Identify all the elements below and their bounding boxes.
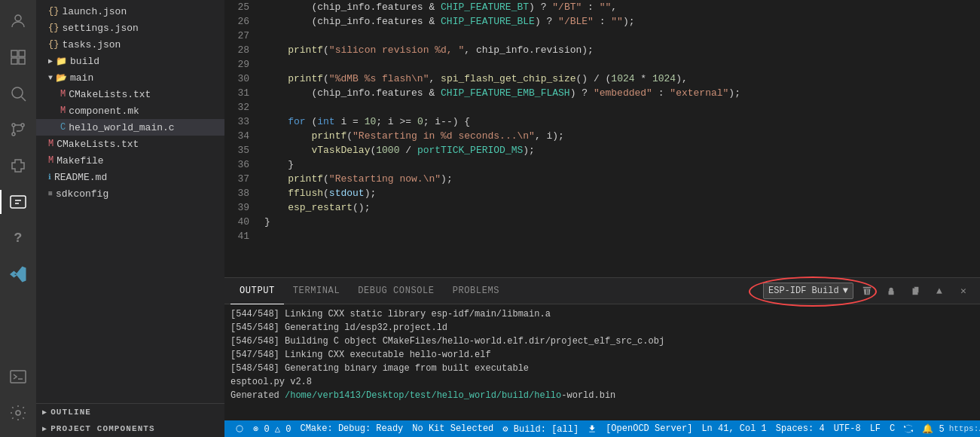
status-encoding[interactable]: UTF-8 [829,420,866,437]
status-url: https://blog.csdn.net/weixin_43977682 [949,424,980,433]
explorer-icon[interactable] [0,39,36,75]
folder-build[interactable]: ▶ 📁 build [36,53,224,69]
file-hello-world-main[interactable]: C hello_world_main.c [36,119,224,136]
file-makefile[interactable]: M Makefile [36,152,224,169]
expand-arrow: ▼ [48,74,53,82]
code-line-26: (chip_info.features & CHIP_FEATURE_BLE) … [264,14,972,29]
vscode-icon[interactable] [0,256,36,292]
cmake-icon: M [60,89,66,99]
mk-icon: M [60,105,66,116]
cmake-icon: M [48,139,53,149]
file-cmake-main[interactable]: M CMakeLists.txt [36,86,224,102]
output-line-6: esptool.py v2.8 [230,375,974,389]
outline-section[interactable]: ▶ OUTLINE [36,404,224,420]
output-line-2: [545/548] Generating ld/esp32.project.ld [230,321,974,335]
search-icon[interactable] [0,75,36,112]
status-flash[interactable] [583,420,601,437]
profile-icon[interactable] [0,3,36,39]
file-label: tasks.json [62,39,121,50]
dropdown-value: ESP-IDF Build [768,286,839,296]
svg-rect-11 [11,371,26,383]
tab-problems[interactable]: PROBLEMS [444,278,508,304]
tab-debug-console[interactable]: DEBUG CONSOLE [349,278,443,304]
status-eol[interactable]: LF [866,420,885,437]
terminal-bottom-icon[interactable] [0,359,36,395]
json-icon: {} [48,23,59,33]
svg-point-8 [21,124,24,127]
panel-tab-bar: OUTPUT TERMINAL DEBUG CONSOLE PROBLEMS E… [224,278,980,304]
tab-terminal[interactable]: TERMINAL [284,278,349,304]
svg-point-0 [15,15,21,21]
code-line-28: printf("silicon revision %d, ", chip_inf… [264,43,972,57]
code-editor[interactable]: (chip_info.features & CHIP_FEATURE_BT) ?… [258,0,972,277]
file-cmake-root[interactable]: M CMakeLists.txt [36,136,224,152]
code-line-33: for (int i = 10; i >= 0; i--) { [264,115,972,129]
status-errors[interactable]: ⊗ 0 △ 0 [249,420,295,437]
status-spaces[interactable]: Spaces: 4 [771,420,829,437]
folder-main[interactable]: ▼ 📂 main [36,69,224,86]
activity-bar: ? [0,0,36,437]
extensions-icon[interactable] [0,148,36,184]
file-label: CMakeLists.txt [56,139,139,150]
svg-point-5 [12,87,23,98]
status-cmake[interactable]: CMake: Debug: Ready [295,420,408,437]
code-line-41 [264,229,972,243]
status-kit[interactable]: No Kit Selected [408,420,498,437]
dropdown-arrow: ▼ [843,286,848,296]
file-tree: {} launch.json {} settings.json {} tasks… [36,0,224,205]
clear-output-button[interactable] [856,283,878,299]
file-launch-json[interactable]: {} launch.json [36,3,224,20]
svg-line-6 [22,97,26,102]
editor-area: 25 26 27 28 29 30 31 32 33 34 35 36 37 3… [224,0,980,277]
code-line-31: (chip_info.features & CHIP_FEATURE_EMB_F… [264,86,972,100]
source-control-icon[interactable] [0,112,36,148]
file-label: launch.json [62,6,127,17]
file-sdkconfig[interactable]: ≡ sdkconfig [36,185,224,202]
lock-button[interactable] [881,283,902,299]
file-component-mk[interactable]: M component.mk [36,102,224,119]
folder-label: build [70,56,99,67]
svg-rect-3 [11,58,17,64]
status-sync[interactable] [899,420,917,437]
file-label: hello_world_main.c [69,122,174,133]
status-bar: ⊗ 0 △ 0 CMake: Debug: Ready No Kit Selec… [224,420,980,437]
status-language[interactable]: C [885,420,899,437]
svg-rect-10 [11,196,26,208]
code-line-35: vTaskDelay(1000 / portTICK_PERIOD_MS); [264,143,972,157]
close-panel-button[interactable]: ✕ [953,283,974,299]
code-container: 25 26 27 28 29 30 31 32 33 34 35 36 37 3… [224,0,980,277]
status-build[interactable]: ⚙ Build: [all] [498,420,583,437]
collapse-arrow: ▶ [48,57,53,66]
svg-point-12 [16,411,20,415]
file-settings-json[interactable]: {} settings.json [36,20,224,36]
code-line-29 [264,57,972,72]
sidebar-bottom: ▶ OUTLINE ▶ PROJECT COMPONENTS [36,403,224,437]
file-explorer: {} launch.json {} settings.json {} tasks… [36,0,224,403]
status-cursor[interactable]: Ln 41, Col 1 [697,420,771,437]
file-label: sdkconfig [56,188,108,200]
status-openocd[interactable]: [OpenOCD Server] [601,420,697,437]
status-notifications[interactable]: 🔔 5 [917,420,948,437]
svg-rect-2 [19,50,25,57]
file-readme[interactable]: ℹ README.md [36,169,224,185]
settings-icon[interactable] [0,395,36,431]
file-tasks-json[interactable]: {} tasks.json [36,36,224,53]
question-icon[interactable]: ? [0,220,36,256]
readme-icon: ℹ [48,173,51,182]
esp-idf-icon[interactable] [0,184,36,220]
file-label: component.mk [69,105,139,117]
code-line-39: esp_restart(); [264,200,972,215]
folder-open-icon: 📂 [56,72,67,84]
tab-output[interactable]: OUTPUT [230,278,284,304]
maximize-panel-button[interactable]: ▲ [929,283,950,299]
code-line-25: (chip_info.features & CHIP_FEATURE_BT) ?… [264,0,972,14]
code-line-30: printf("%dMB %s flash\n", spi_flash_get_… [264,72,972,86]
output-line-5: [548/548] Generating binary image from b… [230,362,974,375]
output-source-dropdown[interactable]: ESP-IDF Build ▼ [763,283,853,299]
copy-button[interactable] [905,283,926,299]
status-remote[interactable] [230,420,249,437]
project-components-section[interactable]: ▶ PROJECT COMPONENTS [36,420,224,437]
editor-scrollbar[interactable] [972,0,980,277]
output-line-4: [547/548] Linking CXX executable hello-w… [230,348,974,362]
folder-label: main [70,72,93,84]
